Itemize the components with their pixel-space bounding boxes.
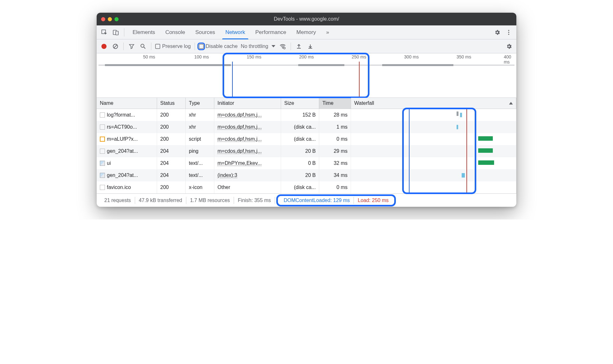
overview-segment [382, 64, 453, 66]
svg-point-5 [508, 34, 509, 35]
top-tabbar: Elements Console Sources Network Perform… [97, 25, 516, 39]
panel-tabs: Elements Console Sources Network Perform… [127, 25, 334, 39]
script-icon [100, 137, 105, 142]
disable-cache-checkbox[interactable]: Disable cache [199, 44, 238, 49]
dcl-marker [232, 62, 233, 98]
image-icon [100, 173, 105, 178]
tick-label: 300 ms [404, 54, 419, 59]
svg-point-4 [508, 32, 509, 33]
divider [195, 43, 195, 50]
clear-icon[interactable] [111, 42, 120, 51]
throttling-label: No throttling [241, 44, 268, 49]
svg-point-11 [283, 47, 285, 49]
file-icon [100, 185, 105, 190]
tick-label: 350 ms [457, 54, 471, 59]
status-resources: 1.7 MB resources [186, 198, 234, 203]
throttling-select[interactable]: No throttling [241, 44, 275, 49]
file-icon [100, 125, 105, 130]
devtools-window: DevTools - www.google.com/ Elements Cons… [97, 13, 516, 207]
status-transferred: 47.9 kB transferred [135, 198, 186, 203]
tab-sources[interactable]: Sources [190, 25, 220, 39]
traffic-lights [101, 17, 119, 21]
col-size[interactable]: Size [281, 98, 319, 109]
network-conditions-icon[interactable] [279, 42, 287, 51]
svg-point-10 [282, 48, 283, 49]
divider [291, 43, 291, 50]
tick-label: 50 ms [143, 54, 155, 59]
svg-point-3 [508, 30, 509, 31]
window-title: DevTools - www.google.com/ [97, 16, 516, 22]
tick-label: 250 ms [352, 54, 366, 59]
overview-segment [105, 64, 231, 66]
col-waterfall[interactable]: Waterfall [351, 98, 516, 109]
divider [124, 28, 124, 37]
svg-line-9 [144, 47, 145, 49]
divider [151, 43, 151, 50]
tick-label: 100 ms [194, 54, 209, 59]
col-time[interactable]: Time [319, 98, 351, 109]
filter-icon[interactable] [127, 42, 136, 51]
svg-rect-2 [116, 31, 118, 35]
col-initiator[interactable]: Initiator [214, 98, 281, 109]
col-name[interactable]: Name [97, 98, 157, 109]
timeline-ticks: 50 ms 100 ms 150 ms 200 ms 250 ms 300 ms… [97, 53, 516, 62]
tab-elements[interactable]: Elements [127, 25, 160, 39]
timeline-overview[interactable]: 50 ms 100 ms 150 ms 200 ms 250 ms 300 ms… [97, 53, 516, 98]
file-icon [100, 149, 105, 154]
svg-point-8 [141, 44, 144, 47]
disable-cache-label: Disable cache [206, 44, 238, 49]
search-icon[interactable] [139, 42, 147, 51]
preserve-log-label: Preserve log [162, 44, 191, 49]
col-type[interactable]: Type [186, 98, 214, 109]
upload-har-icon[interactable] [295, 42, 303, 51]
divider [123, 43, 124, 50]
settings-gear-icon[interactable] [505, 42, 513, 51]
col-status[interactable]: Status [157, 98, 186, 109]
tab-memory[interactable]: Memory [291, 25, 321, 39]
status-requests: 21 requests [100, 198, 135, 203]
close-icon[interactable] [101, 17, 105, 21]
preserve-log-checkbox[interactable]: Preserve log [155, 44, 191, 49]
status-dcl: DOMContentLoaded: 129 ms [280, 198, 354, 203]
fullscreen-icon[interactable] [114, 17, 119, 21]
status-finish: Finish: 355 ms [234, 198, 275, 203]
svg-line-7 [114, 45, 117, 48]
waterfall-cell [351, 109, 516, 121]
tab-performance[interactable]: Performance [250, 25, 291, 39]
device-toggle-icon[interactable] [111, 27, 121, 37]
titlebar: DevTools - www.google.com/ [97, 13, 516, 25]
request-table: Name Status Type Initiator Size Time Wat… [97, 98, 516, 193]
record-button[interactable] [100, 42, 108, 51]
image-icon [100, 161, 105, 166]
chevron-down-icon [272, 45, 275, 47]
tab-network[interactable]: Network [220, 25, 250, 39]
annotation-highlight: DOMContentLoaded: 129 ms Load: 250 ms [276, 194, 396, 206]
more-tabs-icon[interactable]: » [321, 25, 334, 39]
file-icon [100, 112, 105, 118]
gear-icon[interactable] [492, 27, 502, 37]
download-har-icon[interactable] [306, 42, 314, 51]
minimize-icon[interactable] [108, 17, 112, 21]
tick-label: 200 ms [299, 54, 314, 59]
kebab-icon[interactable] [504, 27, 514, 37]
status-bar: 21 requests 47.9 kB transferred 1.7 MB r… [97, 193, 516, 207]
tick-label: 150 ms [247, 54, 261, 59]
sort-arrow-icon [509, 102, 513, 104]
load-marker [359, 62, 360, 98]
network-toolbar: Preserve log Disable cache No throttling [97, 39, 516, 53]
tab-console[interactable]: Console [160, 25, 190, 39]
overview-segment [298, 64, 344, 66]
inspect-icon[interactable] [99, 27, 109, 37]
status-load: Load: 250 ms [354, 198, 392, 203]
